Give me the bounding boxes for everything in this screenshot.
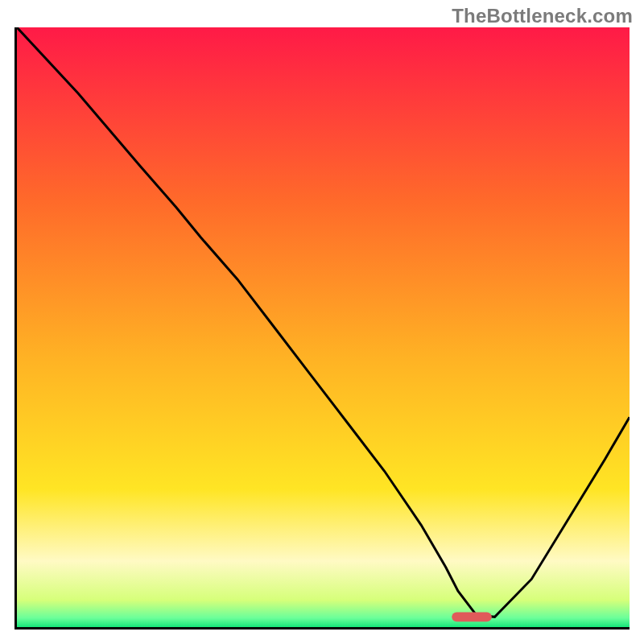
chart-gradient-bg [17, 27, 630, 627]
chart-plot-area [14, 27, 630, 630]
chart-marker [452, 612, 492, 621]
watermark-text: TheBottleneck.com [452, 5, 633, 27]
chart-container: TheBottleneck.com [0, 0, 644, 644]
chart-svg [17, 27, 630, 627]
